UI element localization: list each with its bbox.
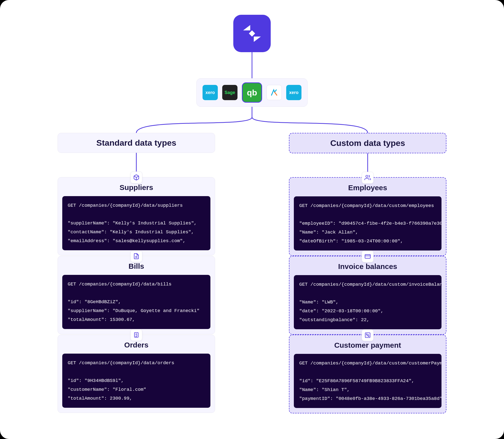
code-block: GET /companies/{companyId}/data/custom/e… [294,196,441,251]
file-icon [133,253,140,259]
card-title: Employees [294,184,441,192]
card-customer-payment: Customer payment GET /companies/{company… [289,335,446,413]
diagram-canvas: xero Sage qb xero Standard data types Cu… [0,0,504,439]
badge-orders [130,329,142,341]
card-title: Orders [62,341,210,349]
badge-customer-payment [362,329,374,341]
freeagent-icon [270,88,279,97]
credit-card-icon [364,253,371,260]
svg-rect-8 [365,254,370,258]
card-bills: Bills GET /companies/{companyId}/data/bi… [58,256,215,334]
code-block: GET /companies/{companyId}/data/bills "i… [62,275,210,329]
integration-label: xero [289,90,299,95]
integration-label: Sage [224,90,235,95]
badge-bills [130,250,142,262]
card-orders: Orders GET /companies/{companyId}/data/o… [58,335,215,413]
integrations-bar: xero Sage qb xero [196,78,308,107]
integration-freeagent [267,85,282,100]
section-custom-header: Custom data types [289,133,446,153]
code-block: GET /companies/{companyId}/data/custom/c… [294,354,441,408]
codat-icon [241,22,263,45]
card-suppliers: Suppliers GET /companies/{companyId}/dat… [58,177,215,255]
percent-icon [364,332,371,338]
integration-sage: Sage [222,85,237,100]
users-icon [364,174,371,181]
integration-xero: xero [203,85,218,100]
box-icon [133,174,140,181]
brand-logo [233,15,271,52]
card-title: Invoice balances [294,262,441,271]
code-block: GET /companies/{companyId}/data/custom/i… [294,275,441,329]
integration-label: qb [247,88,257,97]
code-block: GET /companies/{companyId}/data/supplier… [62,196,210,250]
svg-point-7 [366,175,368,177]
integration-xero-2: xero [286,85,301,100]
integration-quickbooks: qb [242,82,262,103]
card-invoice-balances: Invoice balances GET /companies/{company… [289,256,446,335]
clipboard-icon [133,332,140,338]
badge-employees [362,172,374,184]
card-title: Bills [62,262,210,270]
section-title: Standard data types [96,138,176,147]
card-title: Suppliers [62,183,210,192]
svg-point-12 [366,334,367,335]
section-title: Custom data types [330,138,405,148]
integration-label: xero [205,90,215,95]
svg-point-13 [368,336,369,336]
code-block: GET /companies/{companyId}/data/orders "… [62,354,210,408]
section-standard-header: Standard data types [58,133,215,153]
card-title: Customer payment [294,341,441,349]
badge-invoice-balances [362,251,374,262]
card-employees: Employees GET /companies/{companyId}/dat… [289,177,446,256]
badge-suppliers [130,172,142,183]
svg-rect-0 [249,30,255,36]
